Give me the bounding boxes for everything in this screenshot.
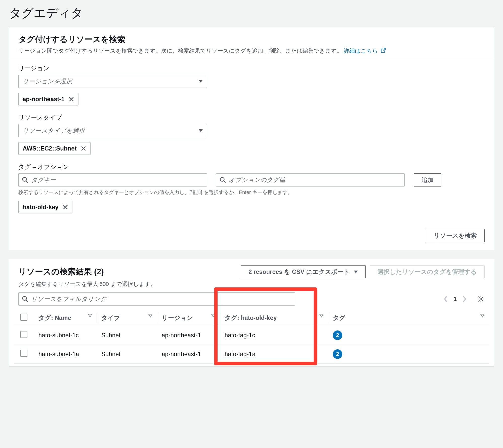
cell-tag-key[interactable]: hato-tag-1c (225, 332, 255, 339)
results-title: リソースの検索結果 (2) (18, 266, 104, 277)
col-tags[interactable]: タグ (328, 310, 489, 326)
results-table: タグ: Name タイプ リージョン タグ: hato-old-key (14, 310, 489, 364)
close-icon[interactable] (81, 146, 86, 151)
col-type[interactable]: タイプ (97, 310, 157, 326)
tag-chip: hato-old-key (18, 201, 72, 213)
select-all-checkbox[interactable] (20, 314, 27, 321)
search-icon (220, 177, 226, 183)
settings-icon[interactable] (472, 295, 485, 303)
tag-value-input[interactable] (216, 173, 405, 186)
sort-icon (88, 314, 92, 317)
sort-icon (148, 314, 153, 317)
svg-point-2 (23, 296, 27, 301)
results-desc: タグを編集するリソースを最大 500 まで選択します。 (9, 280, 494, 292)
page-number: 1 (453, 295, 457, 303)
region-select[interactable]: リージョンを選択 (18, 75, 207, 88)
manage-tags-button[interactable]: 選択したリソースのタグを管理する (370, 265, 485, 278)
filter-input[interactable] (18, 292, 295, 306)
export-csv-button[interactable]: 2 resources を CSV にエクスポート (241, 265, 366, 278)
tag-count-badge: 2 (333, 349, 342, 359)
caret-down-icon (199, 129, 203, 132)
pager: 1 (443, 295, 485, 303)
learn-more-link[interactable]: 詳細はこちら (344, 48, 386, 54)
cell-type: Subnet (97, 345, 157, 364)
tags-hint: 検索するリソースによって共有されるタグキーとオプションの値を入力し、[追加] を… (18, 189, 485, 196)
resource-type-chip: AWS::EC2::Subnet (18, 142, 91, 155)
cell-type: Subnet (97, 326, 157, 345)
col-tag-key[interactable]: タグ: hato-old-key (220, 310, 328, 326)
resource-type-label: リソースタイプ (18, 114, 485, 122)
search-panel-title: タグ付けするリソースを検索 (18, 34, 485, 45)
col-region[interactable]: リージョン (157, 310, 220, 326)
svg-point-3 (480, 298, 482, 300)
external-link-icon (381, 47, 386, 55)
search-panel: タグ付けするリソースを検索 リージョン間でタグ付けするリソースを検索できます。次… (9, 28, 494, 250)
tag-count-badge: 2 (333, 330, 342, 340)
cell-name[interactable]: hato-subnet-1c (38, 332, 79, 339)
svg-point-1 (220, 177, 224, 181)
results-panel: リソースの検索結果 (2) 2 resources を CSV にエクスポート … (9, 259, 494, 366)
search-resources-button[interactable]: リソースを検索 (426, 229, 485, 242)
table-row: hato-subnet-1aSubnetap-northeast-1hato-t… (14, 345, 489, 364)
tag-key-input[interactable] (18, 173, 207, 186)
caret-down-icon (354, 271, 358, 273)
cell-region: ap-northeast-1 (157, 326, 220, 345)
add-tag-button[interactable]: 追加 (414, 173, 441, 186)
table-row: hato-subnet-1cSubnetap-northeast-1hato-t… (14, 326, 489, 345)
sort-icon (211, 314, 216, 317)
next-page-icon[interactable] (462, 295, 467, 303)
cell-region: ap-northeast-1 (157, 345, 220, 364)
col-name[interactable]: タグ: Name (34, 310, 97, 326)
search-panel-desc: リージョン間でタグ付けするリソースを検索できます。次に、検索結果でリソースにタグ… (18, 47, 485, 55)
sort-icon (319, 314, 324, 317)
search-icon (22, 177, 28, 183)
cell-tag-key[interactable]: hato-tag-1a (225, 351, 256, 358)
region-label: リージョン (18, 64, 485, 72)
search-icon (22, 296, 28, 302)
prev-page-icon[interactable] (443, 295, 448, 303)
region-chip: ap-northeast-1 (18, 93, 78, 105)
close-icon[interactable] (69, 96, 74, 102)
row-checkbox[interactable] (20, 331, 27, 338)
row-checkbox[interactable] (20, 350, 27, 357)
svg-point-0 (23, 177, 27, 181)
page-title: タグエディタ (9, 5, 494, 21)
sort-icon (480, 314, 485, 317)
resource-type-select[interactable]: リソースタイプを選択 (18, 124, 207, 137)
tags-label: タグ – オプション (18, 163, 485, 171)
caret-down-icon (199, 80, 203, 83)
cell-name[interactable]: hato-subnet-1a (38, 351, 79, 358)
close-icon[interactable] (63, 204, 68, 210)
